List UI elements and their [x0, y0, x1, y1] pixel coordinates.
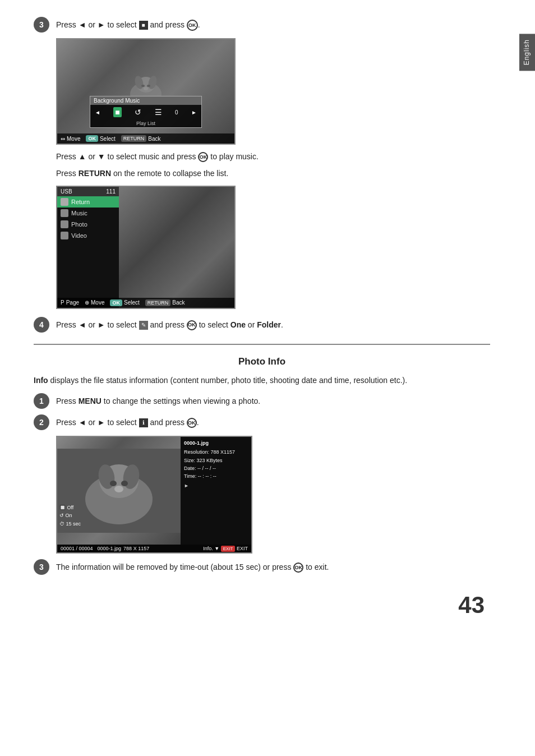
- step-3a-text: Press ◄ or ► to select ■ and press OK.: [56, 17, 490, 31]
- bottom-resolution: 788 X 1157: [123, 546, 149, 551]
- ok-circle-para1: OK: [198, 152, 208, 162]
- dog-image-1: [57, 39, 234, 144]
- usb-music-label: Music: [71, 210, 87, 216]
- back-label-1: RETURN Back: [121, 135, 161, 142]
- ok-badge-1: OK: [86, 135, 98, 142]
- para-music-select: Press ▲ or ▼ to select music and press O…: [56, 150, 490, 163]
- usb-move-icon: ⊕: [85, 299, 89, 306]
- usb-menu-photo[interactable]: Photo: [57, 219, 119, 230]
- photo-info-screen: 🔲 Off ↺ On ⏱ 15 sec 0000-1.jpg: [56, 436, 252, 554]
- ok-circle-4: OK: [187, 320, 197, 330]
- and-press-3a: and press: [150, 20, 186, 29]
- step-3b-circle: 3: [34, 559, 49, 575]
- sidebar-tab: English: [519, 34, 535, 71]
- off-icon: 🔲: [59, 505, 66, 510]
- usb-menu-music[interactable]: Music: [57, 208, 119, 219]
- move-icon-1: ⇔: [61, 136, 65, 142]
- label-on: ↺ On: [59, 511, 81, 519]
- exit-badge: EXIT: [221, 546, 236, 552]
- photo-bottom-left: 00001 / 00004 0000-1.jpg 788 X 1157: [61, 546, 149, 551]
- overlay-playlist: Play List: [90, 119, 201, 127]
- photo-left-labels: 🔲 Off ↺ On ⏱ 15 sec: [59, 504, 81, 528]
- arrow-right-3a: ►: [98, 20, 108, 29]
- photo-filename: 0000-1.jpg: [184, 440, 248, 446]
- step-1b-row: 1 Press MENU to change the settings when…: [34, 393, 490, 409]
- photo-dog: [57, 437, 181, 545]
- move-label-1: ⇔ Move: [61, 136, 80, 142]
- bottom-count: 00001 / 00004: [61, 546, 93, 551]
- overlay-counter: 0: [175, 109, 178, 116]
- overlay-arrow-right: ►: [191, 109, 197, 116]
- svg-point-14: [114, 486, 123, 492]
- to-select-label-3a: to select: [108, 20, 137, 29]
- usb-photo-img: [119, 187, 234, 308]
- return-icon: [61, 198, 68, 206]
- usb-video-label: Video: [71, 232, 87, 239]
- ok-circle-3b: OK: [293, 563, 303, 573]
- usb-menu-video[interactable]: Video: [57, 230, 119, 241]
- page-label: P Page: [61, 299, 79, 306]
- icon-menu: ☰: [155, 108, 162, 117]
- svg-point-5: [147, 85, 150, 87]
- bottom-filename: 0000-1.jpg: [98, 546, 122, 551]
- on-icon: ↺: [59, 513, 64, 518]
- overlay-title: Background Music: [90, 96, 201, 105]
- time-row: Time: -- : -- : --: [184, 472, 248, 480]
- video-icon: [61, 232, 68, 239]
- arrow-right-2b: ►: [98, 418, 108, 427]
- usb-screen: USB 111 Return Music Photo Video: [56, 186, 236, 309]
- photo-info-bottom: 00001 / 00004 0000-1.jpg 788 X 1157 Info…: [57, 545, 251, 552]
- photo-info-main: 🔲 Off ↺ On ⏱ 15 sec 0000-1.jpg: [57, 437, 251, 545]
- info-arrow: ▼: [214, 546, 219, 551]
- info-icon: ℹ: [139, 418, 148, 427]
- usb-ok-badge: OK: [110, 299, 122, 306]
- page-icon: P: [61, 299, 64, 306]
- step-2b-text: Press ◄ or ► to select ℹ and press OK.: [56, 414, 490, 428]
- screen-1-bottom-bar: ⇔ Move OK Select RETURN Back: [57, 133, 234, 144]
- step-3a-circle: 3: [34, 17, 49, 33]
- exit-text: EXIT: [237, 546, 248, 551]
- ok-circle-2b: OK: [187, 418, 197, 428]
- section-divider: [34, 344, 490, 345]
- photo-info-right: 0000-1.jpg Resolution: 788 X1157 Size: 3…: [181, 437, 251, 545]
- music-icon: [61, 209, 68, 217]
- photo-info-table: Resolution: 788 X1157 Size: 323 KBytes D…: [184, 448, 248, 481]
- usb-photo-label: Photo: [71, 221, 87, 228]
- time-icon: ⏱: [59, 521, 64, 527]
- label-off: 🔲 Off: [59, 504, 81, 511]
- step-3b-text: The information will be removed by time-…: [56, 559, 490, 573]
- arrow-left-3a: ◄: [79, 20, 89, 29]
- return-badge-1: RETURN: [121, 135, 147, 142]
- icon-refresh: ↺: [135, 108, 141, 117]
- step-4-circle: 4: [34, 317, 49, 333]
- svg-point-4: [141, 85, 145, 87]
- icon-folder: ✎: [139, 321, 148, 330]
- step-2b-circle: 2: [34, 414, 49, 430]
- screen-1: Background Music ◄ ■ ↺ ☰ 0 ► Play List ⇔…: [56, 38, 236, 145]
- usb-move-label: ⊕ Move: [85, 299, 104, 306]
- usb-bottom-bar: P Page ⊕ Move OK Select RETURN Back: [57, 298, 234, 308]
- dog-svg-2: [57, 437, 181, 545]
- resolution-row: Resolution: 788 X1157: [184, 448, 248, 456]
- usb-photo-area: [119, 187, 234, 308]
- ok-circle-3a: OK: [187, 20, 198, 31]
- label-time: ⏱ 15 sec: [59, 520, 81, 528]
- section-title-photo-info: Photo Info: [34, 356, 490, 367]
- overlay-icons: ◄ ■ ↺ ☰ 0 ►: [90, 105, 201, 119]
- page-number: 43: [34, 592, 490, 619]
- photo-bottom-right: Info. ▼ EXIT EXIT: [203, 546, 248, 551]
- usb-return-badge: RETURN: [145, 299, 171, 306]
- nav-arrow: ►: [184, 483, 248, 488]
- usb-menu-return[interactable]: Return: [57, 196, 119, 208]
- step-4-text: Press ◄ or ► to select ✎ and press OK to…: [56, 317, 490, 331]
- arrow-left-2b: ◄: [79, 418, 89, 427]
- overlay-arrow-left: ◄: [95, 109, 100, 116]
- usb-signal: 111: [106, 188, 116, 195]
- and-press-2b: and press: [150, 418, 186, 427]
- usb-title: USB: [61, 188, 72, 195]
- to-select-2b: to select: [108, 418, 137, 427]
- icon-list: ■: [113, 107, 121, 117]
- or-label-3a: or: [88, 20, 95, 29]
- or-2b: or: [88, 418, 95, 427]
- press-label-3a: Press: [56, 20, 76, 29]
